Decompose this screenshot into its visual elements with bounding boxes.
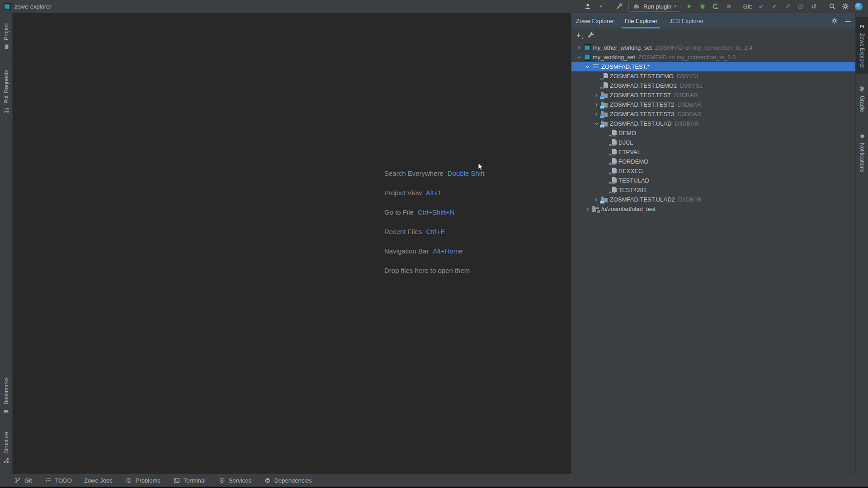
- search-icon[interactable]: [828, 2, 836, 10]
- chevron-right-icon: [592, 101, 600, 109]
- git-rollback-icon[interactable]: ↺: [810, 2, 818, 10]
- tree-row[interactable]: MEMDEMO: [571, 128, 855, 138]
- tree-expander[interactable]: [575, 53, 583, 61]
- tree-row[interactable]: my_other_working_setZOSMFAD on my_connec…: [571, 43, 855, 52]
- chevron-right-icon: [592, 110, 600, 118]
- stripe-item-pull-requests[interactable]: Pull Requests: [0, 64, 12, 121]
- stripe-item-project[interactable]: Project: [0, 19, 12, 56]
- stripe-item-label: Bookmarks: [3, 377, 9, 404]
- tree-row[interactable]: DSZOSMFAD.TEST.*: [571, 62, 855, 71]
- tree-row-label: ZOSMFAD.TEST.DEMO: [610, 73, 674, 80]
- tree-expander[interactable]: [592, 196, 600, 204]
- shortcut-keys: Ctrl+E: [426, 228, 445, 235]
- statusbar-item-terminal[interactable]: Terminal: [173, 476, 206, 484]
- tree-row-label: my_other_working_set: [593, 44, 652, 51]
- git-history-icon[interactable]: [797, 2, 805, 10]
- tree-row-label: ZOSMFAD.TEST.DEMO1: [610, 82, 677, 89]
- drop-files-hint: Drop files here to open them: [384, 261, 485, 280]
- tree-row[interactable]: DSZOSMFAD.TEST.TEST2D3DBAR: [571, 100, 855, 109]
- panel-header: Zowe Explorer: File ExplorerJES Explorer…: [571, 13, 855, 28]
- tree-row[interactable]: MEMDJCL: [571, 138, 855, 147]
- add-working-set-button[interactable]: +▾: [576, 31, 580, 39]
- statusbar-item-todo[interactable]: TODO: [44, 476, 72, 484]
- stripe-item-label: Gradle: [859, 96, 865, 112]
- shortcut-action-label: Navigation Bar: [384, 247, 429, 255]
- git-commit-icon[interactable]: ✔: [770, 2, 778, 10]
- tree-row[interactable]: DSZOSMFAD.TEST.TEST3D3DBAR: [571, 109, 855, 119]
- tab-file-explorer[interactable]: File Explorer: [623, 13, 658, 28]
- stripe-item-gradle[interactable]: Gradle: [856, 82, 868, 115]
- tree-expander[interactable]: [584, 205, 591, 213]
- run-play-icon[interactable]: [685, 2, 693, 10]
- statusbar-item-dependencies[interactable]: Dependencies: [264, 476, 312, 484]
- tree-row-label: my_working_set: [593, 54, 635, 61]
- tree-row[interactable]: MEMREXXEG: [571, 166, 855, 176]
- stripe-item-bookmarks[interactable]: Bookmarks: [0, 375, 12, 418]
- tree-expander[interactable]: [584, 63, 591, 71]
- stripe-item-label: Project: [3, 23, 9, 40]
- stripe-item-label: Pull Requests: [3, 70, 9, 103]
- debug-bug-icon[interactable]: [698, 2, 707, 10]
- tree-expander[interactable]: [592, 120, 600, 128]
- ide-sphere-icon[interactable]: [854, 2, 863, 10]
- shortcut-hint: Recent FilesCtrl+E: [384, 222, 485, 241]
- tree-row[interactable]: /u/zosmfad/ulad_test: [571, 204, 855, 214]
- tree-row[interactable]: DSZOSMFAD.TEST.ULAD2D3DBAR: [571, 195, 855, 204]
- pull-request-icon: [2, 106, 10, 114]
- editor-area[interactable]: Search EverywhereDouble ShiftProject Vie…: [13, 13, 571, 474]
- run-configuration-select[interactable]: Run plugin▾: [628, 1, 680, 12]
- tree-row[interactable]: DSZOSMFAD.TEST.TESTD3DBAR: [571, 90, 855, 100]
- tree-row[interactable]: MEMTEST4281: [571, 185, 855, 195]
- tree-row[interactable]: MEMTESTULAD: [571, 176, 855, 185]
- profiler-icon[interactable]: [712, 2, 720, 10]
- tree-row[interactable]: DSZOSMFAD.TEST.DEMOD3SYS1: [571, 71, 855, 81]
- statusbar-item-services[interactable]: Services: [218, 476, 251, 484]
- zowe-explorer-panel: Zowe Explorer: File ExplorerJES Explorer…: [571, 13, 855, 474]
- stripe-item-notifications[interactable]: Notifications: [856, 124, 868, 181]
- tree-row-detail: D3DBAR: [674, 92, 698, 99]
- tree-expander[interactable]: [592, 101, 600, 109]
- minimize-icon[interactable]: —: [845, 18, 851, 24]
- tree-row[interactable]: MEMETPVAL: [571, 147, 855, 157]
- tree-row[interactable]: DSZOSMFAD.TEST.DEMO1D3SYS1: [571, 81, 855, 90]
- run-configuration-label: Run plugin: [643, 3, 671, 10]
- right-stripe-top: ZZowe ExplorerGradleNotifications: [856, 17, 868, 181]
- user-caret-down-icon[interactable]: ▾: [597, 2, 605, 10]
- pds-folder-icon: DS: [600, 121, 609, 127]
- panel-header-actions: —: [830, 13, 851, 28]
- tree-row[interactable]: MEMFORDEMO: [571, 157, 855, 166]
- tab-jes-explorer[interactable]: JES Explorer: [668, 13, 704, 28]
- editor-shortcut-hints: Search EverywhereDouble ShiftProject Vie…: [384, 164, 485, 280]
- git-update-icon[interactable]: ↙: [757, 2, 765, 10]
- tree-row[interactable]: DSZOSMFAD.TEST.ULADD3DBAR: [571, 119, 855, 128]
- stripe-item-content: ZZowe Explorer: [858, 22, 866, 68]
- tree-row-detail: D3DBAR: [678, 196, 702, 203]
- statusbar-item-problems[interactable]: Problems: [125, 476, 160, 484]
- tree-expander[interactable]: [592, 91, 600, 99]
- sequential-dataset-icon: DS: [600, 82, 609, 89]
- tree-row-label: TEST4281: [618, 187, 646, 193]
- statusbar-item-git[interactable]: Git: [14, 476, 32, 484]
- toolbar-separator: [738, 2, 738, 10]
- wrench-icon[interactable]: [587, 31, 595, 39]
- working-set-icon: [583, 44, 592, 51]
- tree-row-detail: D3DBAR: [675, 120, 699, 127]
- tree-expander[interactable]: [592, 110, 600, 118]
- stripe-item-label: Notifications: [859, 143, 865, 172]
- settings-gear-icon[interactable]: [841, 2, 849, 10]
- tree-row-detail: D3SYS1: [677, 73, 699, 80]
- tree-expander[interactable]: [575, 44, 583, 52]
- statusbar-item-zowe-jobs[interactable]: Zowe Jobs: [84, 477, 113, 484]
- drop-files-label: Drop files here to open them: [384, 267, 470, 274]
- git-push-icon[interactable]: ↗: [783, 2, 792, 10]
- build-hammer-icon[interactable]: [615, 2, 623, 10]
- stripe-item-structure[interactable]: Structure: [0, 426, 12, 470]
- gear-icon[interactable]: [830, 17, 839, 25]
- tree-row[interactable]: my_working_setZOSMFAD on my_connection_t…: [571, 52, 855, 62]
- statusbar-item-label: TODO: [55, 477, 72, 484]
- tree-row-label: TESTULAD: [618, 177, 649, 184]
- stripe-item-zowe-explorer[interactable]: ZZowe Explorer: [856, 17, 868, 74]
- member-icon: MEM: [609, 139, 618, 146]
- user-dropdown-icon[interactable]: [584, 2, 592, 10]
- shortcut-action-label: Recent Files: [384, 228, 422, 235]
